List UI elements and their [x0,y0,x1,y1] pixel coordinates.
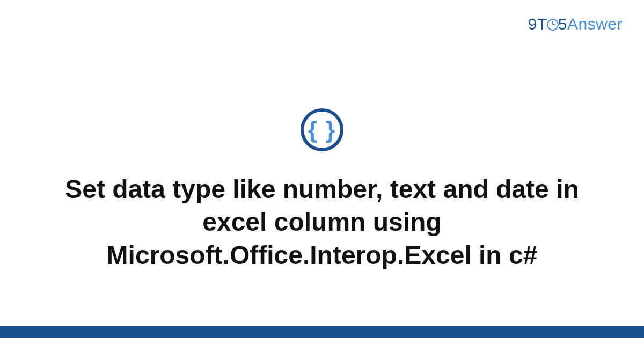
logo-t: T [537,15,547,33]
clock-icon [547,19,559,31]
logo-nine: 9 [528,15,537,33]
page-title: Set data type like number, text and date… [54,173,590,271]
code-braces-icon: { } [301,108,343,151]
logo-answer: Answer [567,15,623,33]
site-logo: 9T5Answer [528,15,623,33]
main-content: { } Set data type like number, text and … [0,54,644,326]
logo-five: 5 [558,15,567,33]
brace-glyph: { } [308,118,336,142]
footer-bar [0,326,644,338]
